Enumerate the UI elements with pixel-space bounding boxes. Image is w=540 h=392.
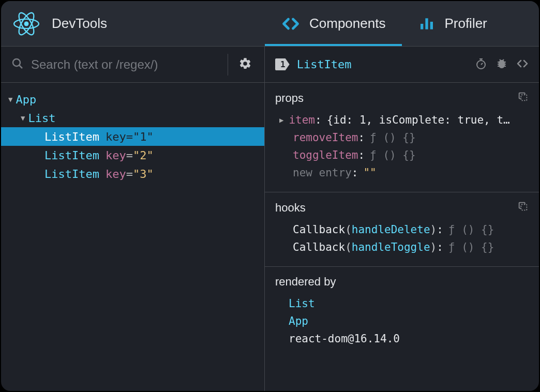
suspend-button[interactable] — [475, 57, 487, 72]
settings-button[interactable] — [228, 54, 254, 76]
chevron-down-icon: ▼ — [21, 114, 25, 122]
svg-point-0 — [24, 21, 29, 26]
detail-header: 1 ListItem — [265, 47, 539, 83]
code-brackets-icon — [281, 14, 300, 33]
search-bar — [1, 47, 264, 83]
search-input[interactable] — [31, 57, 228, 72]
copy-icon — [517, 201, 529, 212]
component-name: ListItem — [44, 168, 99, 180]
search-icon — [11, 57, 24, 72]
copy-icon — [517, 91, 529, 102]
detail-actions — [475, 57, 529, 72]
svg-rect-14 — [521, 204, 527, 210]
tree-row-listitem[interactable]: ListItemkey="3" — [1, 164, 264, 183]
section-header: props — [275, 91, 529, 105]
component-name: ListItem — [44, 130, 99, 143]
bar-chart-icon — [418, 16, 435, 32]
rendered-by-list: ListAppreact-dom@16.14.0 — [275, 295, 529, 348]
tab-label: Components — [309, 16, 385, 32]
copy-to-clipboard-button[interactable] — [517, 201, 529, 215]
hooks-section: hooks Callback(handleDelete):ƒ () {}Call… — [265, 192, 539, 267]
prop-key: new entry — [293, 167, 352, 179]
svg-rect-6 — [430, 22, 433, 29]
stopwatch-icon — [475, 57, 487, 70]
svg-rect-13 — [521, 95, 527, 100]
prop-value: ƒ () {} — [370, 149, 416, 161]
section-title: rendered by — [275, 275, 529, 289]
left-panel: ▼App▼ListListItemkey="1"ListItemkey="2"L… — [1, 47, 265, 391]
tab-profiler[interactable]: Profiler — [402, 1, 503, 46]
logo-section: DevTools — [1, 11, 265, 37]
component-name: ListItem — [44, 149, 99, 162]
prop-value: ƒ () {} — [370, 131, 416, 144]
section-title: props — [275, 92, 517, 105]
svg-line-8 — [19, 65, 22, 68]
right-panel: 1 ListItem props — [265, 47, 539, 391]
prop-row[interactable]: ▶item:{id: 1, isComplete: true, t… — [275, 111, 529, 129]
component-name: List — [28, 112, 55, 125]
tree-row-app[interactable]: ▼App — [1, 90, 264, 109]
detail-title: ListItem — [297, 58, 475, 71]
copy-to-clipboard-button[interactable] — [517, 91, 529, 105]
props-list: ▶item:{id: 1, isComplete: true, t…remove… — [275, 111, 529, 182]
chevron-right-icon: ▶ — [279, 116, 283, 124]
hook-value: ƒ () {} — [448, 241, 494, 253]
prop-value: {id: 1, isComplete: true, t… — [327, 114, 510, 126]
body: ▼App▼ListListItemkey="1"ListItemkey="2"L… — [1, 47, 539, 391]
detail-key-badge: 1 — [275, 58, 290, 70]
hook-name: Callback — [293, 241, 345, 253]
rendered-by-item[interactable]: App — [289, 312, 529, 330]
hook-arg: handleDelete — [352, 223, 430, 236]
code-brackets-icon — [516, 57, 529, 70]
hook-row[interactable]: Callback(handleDelete):ƒ () {} — [275, 221, 529, 238]
component-tree: ▼App▼ListListItemkey="1"ListItemkey="2"L… — [1, 83, 264, 190]
hook-row[interactable]: Callback(handleToggle):ƒ () {} — [275, 238, 529, 256]
hook-arg: handleToggle — [352, 241, 430, 253]
gear-icon — [238, 57, 252, 70]
bug-icon — [496, 57, 508, 70]
svg-rect-5 — [426, 18, 428, 29]
prop-row[interactable]: removeItem:ƒ () {} — [275, 129, 529, 146]
section-header: rendered by — [275, 275, 529, 289]
hook-name: Callback — [293, 223, 345, 236]
header: DevTools Components Profiler — [1, 1, 539, 47]
component-key-attr: key="3" — [106, 168, 154, 180]
svg-point-7 — [13, 59, 20, 66]
devtools-window: DevTools Components Profiler — [0, 0, 540, 392]
section-header: hooks — [275, 201, 529, 215]
app-title: DevTools — [52, 16, 107, 32]
chevron-down-icon: ▼ — [8, 95, 12, 103]
prop-key: removeItem — [293, 131, 358, 144]
tree-row-listitem[interactable]: ListItemkey="2" — [1, 146, 264, 164]
tabs: Components Profiler — [265, 1, 504, 46]
prop-row[interactable]: new entry: "" — [275, 164, 529, 182]
tab-components[interactable]: Components — [265, 1, 402, 46]
prop-key: toggleItem — [293, 149, 358, 161]
svg-rect-4 — [421, 24, 423, 29]
rendered-by-item[interactable]: List — [289, 295, 529, 312]
inspect-button[interactable] — [496, 57, 508, 72]
view-source-button[interactable] — [516, 57, 529, 72]
prop-row[interactable]: toggleItem:ƒ () {} — [275, 146, 529, 164]
rendered-by-section: rendered by ListAppreact-dom@16.14.0 — [265, 267, 539, 358]
component-name: App — [16, 93, 36, 106]
section-title: hooks — [275, 201, 517, 215]
prop-value: "" — [363, 167, 376, 179]
props-section: props ▶item:{id: 1, isComplete: true, t…… — [265, 83, 539, 192]
tree-row-list[interactable]: ▼List — [1, 109, 264, 127]
component-key-attr: key="2" — [106, 149, 154, 162]
hook-value: ƒ () {} — [448, 223, 494, 236]
svg-line-12 — [481, 63, 483, 65]
tab-label: Profiler — [444, 16, 487, 32]
prop-key: item — [289, 114, 315, 126]
hooks-list: Callback(handleDelete):ƒ () {}Callback(h… — [275, 221, 529, 256]
component-key-attr: key="1" — [106, 130, 154, 143]
tree-row-listitem[interactable]: ListItemkey="1" — [1, 127, 264, 146]
rendered-by-item: react-dom@16.14.0 — [289, 330, 529, 348]
react-logo-icon — [13, 11, 39, 37]
